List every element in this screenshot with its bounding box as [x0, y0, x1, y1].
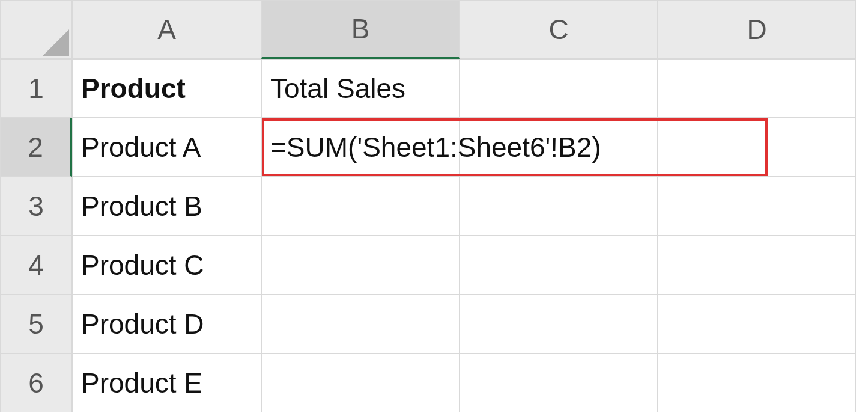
- cell-C5[interactable]: [460, 295, 658, 353]
- cell-A2[interactable]: Product A: [72, 118, 261, 177]
- cell-B5[interactable]: [261, 295, 460, 353]
- cell-C1[interactable]: [460, 59, 658, 118]
- cell-A6[interactable]: Product E: [72, 353, 261, 412]
- cell-C6[interactable]: [460, 353, 658, 412]
- cell-B3[interactable]: [261, 177, 460, 236]
- cell-D5[interactable]: [658, 295, 856, 353]
- spreadsheet-grid: A B C D 1 Product Total Sales 2 Product …: [0, 0, 868, 412]
- cell-A3[interactable]: Product B: [72, 177, 261, 236]
- cell-C3[interactable]: [460, 177, 658, 236]
- cell-B2-formula: =SUM('Sheet1:Sheet6'!B2): [270, 132, 601, 163]
- cell-A5[interactable]: Product D: [72, 295, 261, 353]
- cell-B1[interactable]: Total Sales: [261, 59, 460, 118]
- col-header-A[interactable]: A: [72, 0, 261, 59]
- cell-D3[interactable]: [658, 177, 856, 236]
- cell-C4[interactable]: [460, 236, 658, 295]
- cell-D1[interactable]: [658, 59, 856, 118]
- row-header-4[interactable]: 4: [0, 236, 72, 295]
- cell-B6[interactable]: [261, 353, 460, 412]
- cell-D2[interactable]: [658, 118, 856, 177]
- select-all-corner[interactable]: [0, 0, 72, 59]
- row-header-1[interactable]: 1: [0, 59, 72, 118]
- cell-B4[interactable]: [261, 236, 460, 295]
- col-header-B[interactable]: B: [261, 0, 460, 59]
- row-header-2[interactable]: 2: [0, 118, 72, 177]
- col-header-D[interactable]: D: [658, 0, 856, 59]
- row-header-5[interactable]: 5: [0, 295, 72, 353]
- cell-D6[interactable]: [658, 353, 856, 412]
- row-header-3[interactable]: 3: [0, 177, 72, 236]
- col-header-C[interactable]: C: [460, 0, 658, 59]
- cell-B2[interactable]: =SUM('Sheet1:Sheet6'!B2): [261, 118, 460, 177]
- row-header-6[interactable]: 6: [0, 353, 72, 412]
- cell-A4[interactable]: Product C: [72, 236, 261, 295]
- cell-A1[interactable]: Product: [72, 59, 261, 118]
- cell-D4[interactable]: [658, 236, 856, 295]
